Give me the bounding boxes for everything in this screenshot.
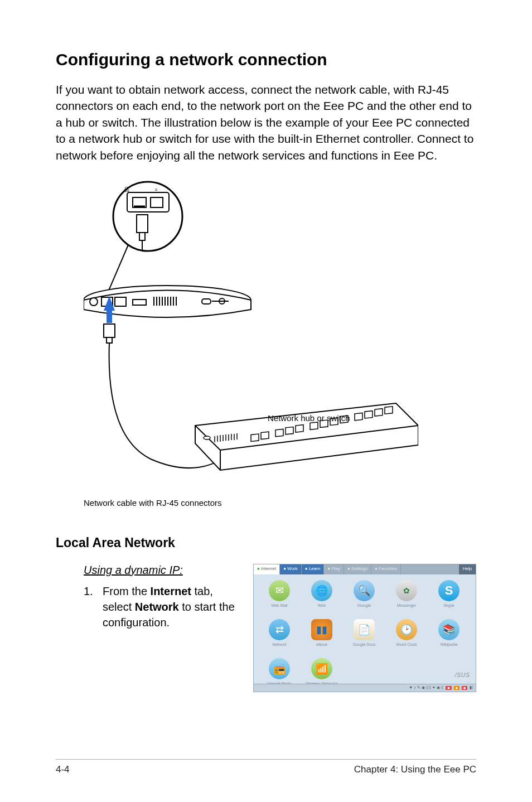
page-number: 4-4	[56, 764, 70, 775]
step-number: 1.	[84, 583, 103, 630]
svg-point-11	[90, 298, 98, 306]
page-title: Configuring a network connection	[56, 50, 476, 69]
tab-learn[interactable]: ● Learn	[302, 564, 325, 574]
step-text: From the Internet tab, select Network to…	[103, 583, 238, 630]
svg-rect-46	[261, 432, 269, 439]
svg-rect-57	[385, 407, 393, 414]
intro-paragraph: If you want to obtain network access, co…	[56, 81, 476, 163]
tray-badge-3[interactable]: ■	[462, 686, 467, 690]
svg-line-9	[108, 245, 128, 292]
tab-work[interactable]: ● Work	[280, 564, 302, 574]
diagram-svg: 品 ≡	[84, 180, 418, 492]
svg-rect-6	[139, 233, 145, 240]
svg-rect-55	[365, 411, 373, 418]
svg-point-35	[204, 436, 210, 439]
svg-rect-13	[115, 297, 126, 306]
tab-settings[interactable]: ● Settings	[344, 564, 371, 574]
app-skype[interactable]: S Skype	[428, 578, 470, 617]
system-tray: ▼ ♪ ✎ ◉ ▯ ▯ ✦ ◉ ▯ ■ ■ ■ ◧	[254, 684, 476, 692]
subsection-heading: Using a dynamic IP:	[84, 564, 238, 577]
app-webmail[interactable]: ✉ Web Mail	[258, 578, 301, 617]
svg-rect-48	[286, 427, 293, 434]
svg-rect-50	[310, 422, 318, 429]
mail-icon: ✉	[275, 584, 284, 597]
section-heading: Local Area Network	[56, 535, 476, 550]
tab-play[interactable]: ● Play	[324, 564, 344, 574]
asus-logo: /SUS	[455, 672, 470, 678]
chapter-label: Chapter 4: Using the Eee PC	[354, 764, 476, 775]
svg-text:≡: ≡	[155, 187, 158, 192]
tab-help[interactable]: Help	[459, 564, 476, 574]
book-icon: ▮▮	[316, 624, 327, 636]
app-messenger[interactable]: ✿ Messenger	[385, 578, 428, 617]
svg-text:品: 品	[124, 186, 129, 192]
tab-internet[interactable]: ● Internet	[254, 564, 280, 574]
svg-rect-30	[107, 337, 112, 343]
tray-badge-2[interactable]: ■	[454, 686, 460, 690]
app-web[interactable]: 🌐 Web	[301, 578, 343, 617]
page-footer: 4-4 Chapter 4: Using the Eee PC	[56, 759, 476, 775]
svg-rect-29	[104, 324, 115, 337]
app-grid: ✉ Web Mail 🌐 Web 🔍 iGoogle ✿ Messenger S…	[254, 574, 476, 692]
app-igoogle[interactable]: 🔍 iGoogle	[343, 578, 385, 617]
switch-label: Network hub or switch	[268, 413, 350, 423]
globe-icon: 🌐	[316, 584, 328, 597]
svg-rect-14	[133, 299, 146, 305]
step-1: 1. From the Internet tab, select Network…	[84, 583, 238, 630]
svg-rect-24	[202, 299, 211, 304]
svg-rect-49	[296, 425, 303, 432]
svg-rect-45	[251, 434, 259, 441]
messenger-icon: ✿	[403, 586, 410, 595]
network-icon: ⇄	[275, 624, 284, 636]
network-diagram: 品 ≡	[84, 180, 418, 492]
app-ebook[interactable]: ▮▮ eBook	[301, 617, 343, 656]
rj45-caption: Network cable with RJ-45 connectors	[84, 498, 476, 508]
radio-icon: 📻	[273, 663, 286, 675]
skype-icon: S	[445, 583, 453, 598]
app-network[interactable]: ⇄ Network	[258, 617, 301, 656]
app-worldclock[interactable]: 🕑 World Clock	[385, 617, 428, 656]
svg-rect-3	[151, 197, 163, 207]
svg-rect-28	[107, 310, 112, 323]
os-screenshot: ● Internet ● Work ● Learn ● Play ● Setti…	[253, 564, 476, 692]
svg-rect-56	[375, 409, 383, 416]
app-googledocs[interactable]: 📄 Google Docs	[343, 617, 385, 656]
tab-favorites[interactable]: ● Favorites	[371, 564, 401, 574]
os-tab-bar: ● Internet ● Work ● Learn ● Play ● Setti…	[254, 564, 476, 574]
clock-icon: 🕑	[400, 624, 413, 636]
wiki-icon: 📚	[443, 624, 455, 636]
tray-close-icon[interactable]: ◧	[470, 685, 473, 690]
asus-tagline: ____	[465, 680, 470, 683]
docs-icon: 📄	[358, 624, 370, 636]
wifi-icon: 📶	[316, 663, 328, 675]
app-wikipedia[interactable]: 📚 Wikipedia	[428, 617, 470, 656]
tray-text: ▼ ♪ ✎ ◉ ▯ ▯ ✦ ◉ ▯	[409, 685, 443, 690]
svg-rect-54	[355, 413, 362, 420]
search-icon: 🔍	[358, 584, 370, 597]
svg-rect-47	[275, 429, 283, 436]
svg-rect-5	[137, 215, 148, 233]
tray-badge-1[interactable]: ■	[446, 686, 451, 690]
